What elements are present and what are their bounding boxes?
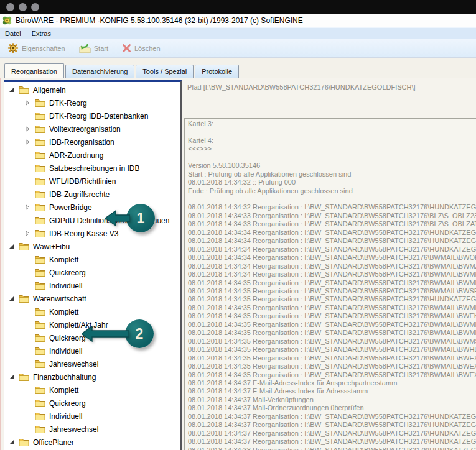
tree-expander[interactable] [9,87,17,93]
tree-item-label: PowerBridge [49,203,92,212]
tree-item-komplett[interactable]: Komplett [4,305,180,318]
log-line: 08.01.2018 14:34:35 Reorganisation : I:\… [188,371,476,379]
folder-icon [35,99,45,107]
log-line: 08.01.2018 14:34:38 Reorganisation : I:\… [188,446,476,450]
folder-icon [19,295,29,303]
app-logo-icon [2,16,12,25]
tree-expander-spacer [25,178,33,185]
tab-protokolle[interactable]: Protokolle [195,65,239,78]
tree-item-wawi-fibu[interactable]: Wawi+Fibu [4,240,180,253]
tree-collapsed-icon [25,204,30,210]
log-line: 08.01.2018 14:34:34 Reorganisation : I:\… [188,237,476,245]
tree-expander[interactable] [9,244,17,250]
path-label: Pfad [I:\BW_STANDARD\BW558PATCH32176\HUN… [187,83,416,91]
toolbar: EigenschaftenStartLöschen [0,39,476,58]
tree-item-idb-reorg-kasse-v3[interactable]: IDB-Reorg Kasse V3 [4,227,180,240]
tree-expander[interactable] [25,204,33,211]
tree-expander[interactable] [25,126,33,132]
tab-datenarchivierung[interactable]: Datenarchivierung [65,65,134,78]
folder-icon [19,373,29,381]
reorganisation-tree-panel[interactable]: AllgemeinDTK-ReorgDTK-Reorg IDB-Datenban… [4,80,182,450]
tree-item-dtk-reorg-idb-datenbanken[interactable]: DTK-Reorg IDB-Datenbanken [4,109,180,122]
tab-strip: ReorganisationDatenarchivierungTools / S… [0,58,476,78]
log-line: 08.01.2018 14:34:37 E-Mail-Adress-Index … [188,379,476,387]
tree-item-jahreswechsel[interactable]: Jahreswechsel [4,423,180,436]
log-line: 08.01.2018 14:34:37 Reorganisation : I:\… [188,421,476,429]
tree-expander[interactable] [9,374,17,380]
tree-item-individuell[interactable]: Individuell [4,279,180,292]
toolbar-button-label: Start [94,45,108,52]
tree-collapsed-icon [25,126,30,132]
tree-item-officeplaner[interactable]: OfficePlaner [4,436,180,449]
tree-item-finanzbuchhaltung[interactable]: Finanzbuchhaltung [4,370,180,383]
start-button[interactable]: Start [77,42,111,55]
log-line: 08.01.2018 14:34:35 Reorganisation : I:\… [188,321,476,329]
tree-item-wfl-idb-richtlinien[interactable]: WFL/IDB/Richtlinien [4,175,180,188]
tree-expanded-icon [9,296,14,301]
log-line: 08.01.2018 14:34:34 Reorganisation : I:\… [188,262,476,270]
log-line: 08.01.2018 14:34:34 Reorganisation : I:\… [188,246,476,254]
tree-item-volltextreorganisation[interactable]: Volltextreorganisation [4,122,180,135]
window-zoom-button[interactable] [31,3,39,11]
start-run-icon [79,43,91,53]
tree-expander[interactable] [9,296,17,302]
log-line: 08.01.2018 14:34:35 Reorganisation : I:\… [188,329,476,337]
tree-item-label: DTK-Reorg [49,98,87,108]
tree-item-label: Jahreswechsel [49,359,98,369]
tree-expander-spacer [25,400,33,406]
tree-item-adr-zuordnung[interactable]: ADR-Zuordnung [4,149,180,162]
tree-item-label: Individuell [49,281,82,290]
tree-expander[interactable] [9,439,17,446]
tree-item-satzbeschreibungen-in-idb[interactable]: Satzbeschreibungen in IDB [4,162,180,175]
log-line: 08.01.2018 14:34:34 Reorganisation : I:\… [188,254,476,262]
tab-tools-spezial[interactable]: Tools / Spezial [136,65,194,78]
tree-item-individuell[interactable]: Individuell [4,344,180,357]
tree-expander-spacer [25,270,33,276]
tree-item-warenwirtschaft[interactable]: Warenwirtschaft [4,292,180,305]
tree-item-dtk-reorg[interactable]: DTK-Reorg [4,96,180,109]
menu-item-extras[interactable]: Extras [32,30,51,37]
tree-expander[interactable] [25,231,33,237]
tree-item-idb-zugriffsrechte[interactable]: IDB-Zugriffsrechte [4,188,180,201]
tree-item-quickreorg[interactable]: Quickreorg [4,266,180,279]
l-schen-button[interactable]: Löschen [119,42,163,54]
tree-item-label: Wawi+Fibu [33,242,70,251]
window-minimize-button[interactable] [19,3,27,11]
tree-item-allgemein[interactable]: Allgemein [4,83,180,96]
tree-item-komplett-akt-jahr[interactable]: Komplett/Akt.Jahr [4,318,180,331]
toolbar-button-label: Eigenschaften [22,45,65,52]
tree-item-komplett[interactable]: Komplett [4,383,180,397]
tree-item-powerbridge[interactable]: PowerBridge [4,201,180,214]
folder-icon [35,112,45,120]
eigenschaften-button[interactable]: Eigenschaften [5,42,68,55]
folder-icon [35,425,45,433]
tree-expander-spacer [25,257,33,263]
menu-item-datei[interactable]: Datei [5,30,21,37]
tree-item-quickreorg[interactable]: Quickreorg [4,397,180,410]
tree-item-label: OfficePlaner [33,438,74,447]
tree-item-label: IDB-Reorg Kasse V3 [49,229,118,238]
tree-item-komplett[interactable]: Komplett [4,253,180,266]
tree-expander[interactable] [25,100,33,106]
tree-item-label: Komplett [49,307,78,316]
tree-expander-spacer [25,218,33,224]
folder-icon [35,255,45,264]
protocol-log-panel[interactable]: Kartei 3:Kartei 4:<<<>>>Version 5.58.100… [184,118,476,450]
tree-item-individuell[interactable]: Individuell [4,410,180,423]
app-titlebar: BüroWARE - PREMIUM -KONFIG 5.58.100.3514… [0,14,476,27]
tree-item-jahreswechsel[interactable]: Jahreswechsel [4,357,180,370]
folder-icon [35,125,45,133]
tree-item-quickreorg[interactable]: Quickreorg [4,331,180,344]
window-close-button[interactable] [6,3,14,11]
menu-bar: DateiExtras [0,27,476,39]
folder-icon [35,308,45,316]
window-title: BüroWARE - PREMIUM -KONFIG 5.58.100.3514… [16,16,303,25]
folder-icon [35,151,45,159]
tree-item-idb-reorganisation[interactable]: IDB-Reorganisation [4,135,180,149]
folder-icon [35,164,45,172]
tree-item-gdpdu-definitionsdateien-aufbauen[interactable]: GDPdU Definitionsdateien aufbauen [4,214,180,227]
tab-reorganisation[interactable]: Reorganisation [4,63,64,78]
tree-expander[interactable] [25,139,33,145]
app-window: BüroWARE - PREMIUM -KONFIG 5.58.100.3514… [0,0,476,450]
tree-expander-spacer [25,309,33,315]
